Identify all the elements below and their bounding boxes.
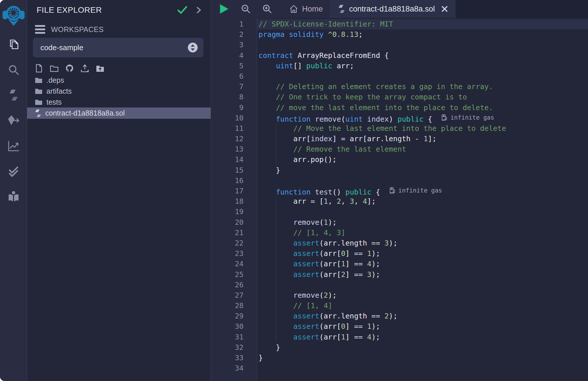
workspace-ok-icon[interactable]	[177, 5, 188, 15]
code-line-22[interactable]: assert(arr.length == 3);	[257, 238, 588, 248]
code-line-20[interactable]: remove(1);	[257, 217, 588, 228]
code-content[interactable]: // SPDX-License-Identifier: MITpragma so…	[257, 18, 588, 381]
code-line-27[interactable]: remove(2);	[257, 290, 588, 301]
code-line-12[interactable]: arr[index] = arr[arr.length - 1];	[257, 134, 588, 144]
code-line-10[interactable]: function remove(uint index) public {infi…	[257, 113, 588, 123]
code-line-3[interactable]	[257, 40, 588, 50]
code-token: ] ==	[345, 333, 367, 341]
code-token: // One trick to keep the array compact i…	[276, 93, 467, 101]
code-line-28[interactable]: // [1, 4]	[257, 301, 588, 311]
code-line-24[interactable]: assert(arr[1] == 4);	[257, 259, 588, 269]
code-token: 2	[385, 312, 389, 320]
line-number: 31	[211, 332, 244, 342]
code-line-18[interactable]: arr = [1, 2, 3, 4];	[257, 196, 588, 207]
folder-label: artifacts	[46, 87, 72, 95]
workspaces-menu-icon[interactable]	[35, 25, 45, 34]
code-token: // SPDX-License-Identifier: MIT	[259, 20, 393, 28]
code-line-16[interactable]	[257, 176, 588, 186]
solidity-unit-testing-icon[interactable]	[0, 159, 27, 184]
code-line-34[interactable]	[257, 363, 588, 374]
code-token: 0	[341, 322, 345, 331]
line-number: 20	[211, 217, 244, 228]
file-row-contract[interactable]: contract-d1a8818a8a.sol	[27, 107, 211, 119]
run-script-icon[interactable]	[219, 3, 229, 14]
code-token: (arr.length ==	[319, 312, 385, 320]
code-line-31[interactable]: assert(arr[1] == 4);	[257, 332, 588, 342]
remix-logo-icon[interactable]	[2, 1, 25, 27]
workspace-select[interactable]: code-sample	[33, 38, 203, 57]
line-number: 25	[211, 269, 244, 280]
line-number: 27	[211, 290, 244, 301]
file-label: contract-d1a8818a8a.sol	[45, 109, 125, 117]
zoom-in-icon[interactable]	[262, 4, 272, 14]
zoom-out-icon[interactable]	[241, 4, 251, 14]
learneth-icon[interactable]	[0, 184, 27, 209]
code-line-17[interactable]: function test() public {infinite gas	[257, 186, 588, 196]
chevron-right-icon[interactable]	[196, 6, 202, 14]
upload-folder-icon[interactable]	[96, 64, 104, 73]
code-token: solidity	[289, 30, 323, 39]
code-line-30[interactable]: assert(arr[0] == 1);	[257, 321, 588, 332]
code-line-21[interactable]: // [1, 4, 3]	[257, 228, 588, 238]
code-line-8[interactable]: // One trick to keep the array compact i…	[257, 92, 588, 102]
code-line-15[interactable]: }	[257, 165, 588, 176]
code-line-7[interactable]: // Deleting an element creates a gap in …	[257, 82, 588, 92]
code-token: // move the last element into the place …	[276, 103, 493, 112]
code-token: (arr[	[319, 322, 341, 331]
code-token: 1	[367, 249, 371, 258]
code-line-32[interactable]: }	[257, 342, 588, 353]
code-token: 3	[350, 197, 354, 205]
code-line-19[interactable]	[257, 207, 588, 217]
code-token: 4	[363, 197, 367, 205]
code-line-4[interactable]: contract ArrayReplaceFromEnd {	[257, 50, 588, 61]
line-number-gutter: 1234567891011121314151617181920212223242…	[211, 18, 257, 381]
folder-label: .deps	[46, 76, 64, 84]
search-icon[interactable]	[0, 57, 27, 82]
code-line-23[interactable]: assert(arr[0] == 1);	[257, 248, 588, 259]
code-token: ,	[341, 197, 350, 205]
file-explorer-panel: FILE EXPLORER WORKSPACES code-sample	[27, 0, 211, 381]
code-token	[311, 115, 315, 123]
code-line-26[interactable]	[257, 280, 588, 290]
code-token: 4	[367, 260, 371, 268]
editor-area: Home contract-d1a8818a8a.sol 12345678910…	[211, 0, 588, 381]
folder-row-artifacts[interactable]: artifacts	[27, 86, 211, 97]
solidity-compiler-icon[interactable]	[0, 82, 27, 108]
line-number: 18	[211, 196, 244, 207]
code-line-6[interactable]	[257, 71, 588, 82]
tab-contract-file[interactable]: contract-d1a8818a8a.sol	[330, 0, 456, 18]
folder-row-deps[interactable]: .deps	[27, 75, 211, 86]
code-line-25[interactable]: assert(arr[2] == 3);	[257, 269, 588, 280]
code-token: assert	[293, 249, 319, 258]
code-line-2[interactable]: pragma solidity ^0.8.13;	[257, 29, 588, 40]
code-token: );	[328, 218, 337, 227]
folder-row-tests[interactable]: tests	[27, 97, 211, 107]
code-token: ,	[354, 197, 363, 205]
code-token: arr = [	[259, 197, 324, 205]
tab-home[interactable]: Home	[282, 0, 330, 18]
code-line-9[interactable]: // move the last element into the place …	[257, 103, 588, 113]
create-folder-icon[interactable]	[50, 64, 59, 73]
code-token	[284, 30, 289, 39]
code-line-13[interactable]: // Remove the last element	[257, 144, 588, 154]
code-token: ;	[358, 30, 363, 39]
line-number: 4	[211, 50, 244, 61]
code-line-5[interactable]: uint[] public arr;	[257, 61, 588, 71]
code-line-33[interactable]: }	[257, 353, 588, 363]
code-line-29[interactable]: assert(arr.length == 2);	[257, 311, 588, 321]
code-line-11[interactable]: // Move the last element into the place …	[257, 123, 588, 134]
code-line-14[interactable]: arr.pop();	[257, 154, 588, 165]
line-number: 15	[211, 165, 244, 176]
file-tree: .depsartifactstestscontract-d1a8818a8a.s…	[27, 75, 211, 119]
file-explorer-icon[interactable]	[0, 32, 27, 57]
upload-file-icon[interactable]	[80, 64, 89, 73]
code-token: // [1, 4]	[293, 301, 332, 310]
deploy-and-run-icon[interactable]	[0, 108, 27, 133]
create-file-icon[interactable]	[35, 64, 43, 73]
code-line-1[interactable]: // SPDX-License-Identifier: MIT	[257, 19, 588, 29]
code-token: public	[345, 188, 371, 196]
clone-git-repository-icon[interactable]	[65, 64, 74, 73]
close-tab-icon[interactable]	[441, 5, 448, 12]
tab-contract-label: contract-d1a8818a8a.sol	[349, 5, 435, 14]
solidity-analysis-icon[interactable]	[0, 133, 27, 159]
